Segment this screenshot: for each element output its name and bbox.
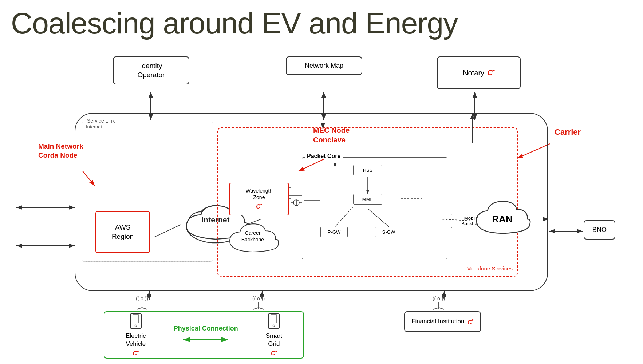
aws-region-box: AWS Region: [95, 211, 150, 253]
corda-logo-wavelength: C: [256, 201, 262, 211]
vodafone-services-label: Vodafone Services: [467, 265, 513, 272]
ran-cloud: RAN: [472, 192, 532, 246]
mec-annotation: MEC Node Conclave: [313, 126, 350, 145]
tower-antenna-fi: (( o )): [428, 289, 450, 311]
svg-line-58: [259, 308, 264, 309]
tower-antenna-ev: (( o )): [131, 289, 153, 311]
ran-text: RAN: [492, 213, 512, 225]
main-network-container: Service Link Internet AWS Region: [75, 113, 548, 291]
physical-connection-label: Physical Connection: [174, 325, 238, 332]
page-title: Coalescing around EV and Energy: [11, 6, 458, 40]
main-network-corda-annotation: Main Network Corda Node: [38, 142, 83, 160]
ev-icon: [129, 312, 143, 330]
notary-box: Notary C: [437, 56, 521, 89]
career-backbone: Career Backbone: [225, 215, 280, 257]
svg-rect-69: [268, 314, 279, 328]
svg-line-62: [439, 308, 444, 309]
corda-logo-sg: C: [271, 348, 277, 357]
financial-institution-box: Financial Institution C: [404, 311, 481, 332]
sg-item: Smart Grid C: [266, 312, 282, 358]
identity-operator-box: Identity Operator: [113, 56, 189, 84]
career-backbone-text: Career Backbone: [241, 230, 264, 243]
sg-icon: [267, 312, 281, 330]
svg-text:(( o )): (( o )): [136, 296, 148, 301]
svg-line-61: [433, 308, 439, 309]
tower-sg-group: (( o )): [248, 289, 269, 311]
svg-line-57: [253, 308, 259, 309]
corda-logo-notary: C: [487, 67, 495, 78]
wavelength-zone-label: Wavelength Zone: [246, 187, 272, 201]
physical-connection-label-area: Physical Connection: [174, 325, 238, 345]
svg-line-54: [142, 308, 147, 309]
service-link-label: Service Link: [85, 118, 117, 124]
tower-antenna-sg: (( o )): [248, 289, 269, 311]
internet-sublabel: Internet: [86, 124, 102, 130]
packet-core-area: Packet Core HSS MME P-GW S-GW: [302, 157, 447, 259]
corda-logo-fi: C: [468, 317, 474, 326]
svg-line-38: [335, 207, 353, 227]
tower-ev-group: (( o )): [131, 289, 153, 311]
diagram: Coalescing around EV and Energy: [7, 56, 636, 355]
network-map-box: Network Map: [286, 56, 362, 75]
network-map-label: Network Map: [305, 62, 343, 69]
carrier-annotation: Carrier: [555, 127, 581, 137]
svg-rect-63: [130, 314, 141, 328]
bno-box: BNO: [584, 220, 615, 240]
corda-logo-ev: C: [133, 348, 139, 357]
bidirectional-arrow: [180, 335, 231, 344]
svg-line-39: [368, 209, 389, 227]
ev-label: Electric Vehicle: [126, 332, 146, 348]
notary-label: Notary: [463, 68, 484, 78]
svg-line-53: [137, 308, 142, 309]
svg-text:(( o )): (( o )): [433, 296, 445, 301]
identity-operator-label: Identity Operator: [138, 62, 165, 79]
physical-connection-box: Electric Vehicle C Physical Connection: [104, 311, 304, 359]
packet-core-svg: [302, 158, 447, 259]
wavelength-zone-box: Wavelength Zone C: [229, 183, 289, 215]
bno-label: BNO: [592, 226, 607, 233]
tower-fi-group: (( o )): [428, 289, 450, 311]
fi-label: Financial Institution: [411, 318, 465, 325]
sg-label: Smart Grid: [266, 332, 282, 348]
aws-region-label: AWS Region: [112, 223, 134, 241]
svg-text:(( o )): (( o )): [252, 296, 265, 301]
connector-circle: [291, 197, 302, 208]
ev-item: Electric Vehicle C: [126, 312, 146, 358]
